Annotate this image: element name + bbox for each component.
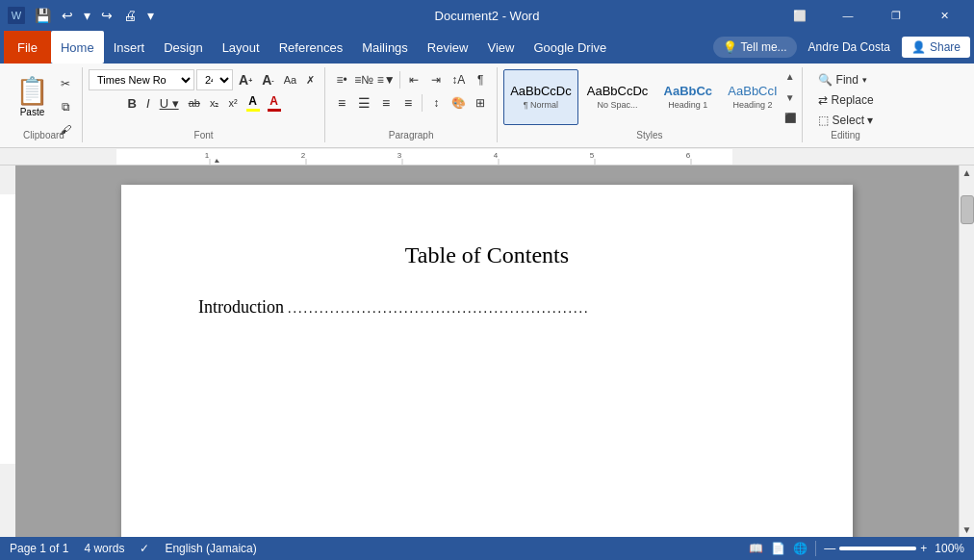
superscript-button[interactable]: x²: [224, 92, 241, 114]
undo-btn[interactable]: ↩: [58, 6, 77, 25]
view-menu[interactable]: View: [477, 31, 524, 64]
cut-button[interactable]: ✂: [55, 73, 76, 94]
menu-bar: File Home Insert Design Layout Reference…: [0, 31, 974, 64]
underline-button[interactable]: U ▾: [156, 92, 183, 114]
shrink-font-button[interactable]: A-: [258, 69, 277, 90]
select-icon: ⬚: [818, 114, 829, 127]
subscript-button[interactable]: x₂: [206, 92, 223, 114]
select-button[interactable]: ⬚ Select ▾: [812, 112, 880, 129]
references-menu[interactable]: References: [269, 31, 352, 64]
save-btn[interactable]: 💾: [31, 6, 55, 25]
toc-dots: ........................................…: [284, 301, 776, 317]
tell-me-btn[interactable]: 💡 Tell me...: [713, 37, 797, 58]
review-menu[interactable]: Review: [418, 31, 478, 64]
main-area: Table of Contents Introduction..........…: [0, 165, 974, 537]
font-color-icon: A: [269, 94, 278, 108]
scroll-thumb[interactable]: [961, 195, 974, 224]
zoom-level[interactable]: 100%: [935, 542, 964, 555]
home-menu[interactable]: Home: [51, 31, 104, 64]
justify-button[interactable]: ≡: [397, 92, 419, 114]
paragraph-row-1: ≡• ≡№ ≡▼ ⇤ ⇥ ↕A ¶: [331, 69, 491, 90]
insert-menu[interactable]: Insert: [104, 31, 155, 64]
ribbon-collapse-btn[interactable]: ⬜: [778, 0, 822, 31]
borders-button[interactable]: ⊞: [470, 92, 491, 114]
user-btn[interactable]: Andre Da Costa: [801, 37, 898, 58]
copy-button[interactable]: ⧉: [55, 96, 76, 117]
read-mode-icon[interactable]: 📖: [749, 542, 763, 555]
sort-button[interactable]: ↕A: [448, 69, 469, 90]
styles-scroll: ▲ ▼ ⬛: [784, 69, 796, 125]
design-menu[interactable]: Design: [154, 31, 212, 64]
paragraph-group: ≡• ≡№ ≡▼ ⇤ ⇥ ↕A ¶ ≡ ☰ ≡ ≡ ↕ 🎨 ⊞ Paragrap…: [325, 67, 498, 142]
multilevel-button[interactable]: ≡▼: [375, 69, 397, 90]
strikethrough-button[interactable]: ab: [185, 92, 204, 114]
line-spacing-button[interactable]: ↕: [425, 92, 447, 114]
styles-expand[interactable]: ⬛: [784, 113, 796, 123]
proofing-icon[interactable]: ✓: [140, 542, 149, 555]
grow-font-button[interactable]: A+: [235, 69, 256, 90]
minimize-btn[interactable]: —: [826, 0, 870, 31]
align-right-button[interactable]: ≡: [375, 92, 397, 114]
style-heading2-preview: AaBbCcI: [728, 85, 777, 98]
style-heading1[interactable]: AaBbCc Heading 1: [656, 69, 719, 125]
style-no-spacing-preview: AaBbCcDc: [587, 85, 649, 98]
zoom-track[interactable]: [839, 547, 916, 550]
text-highlight-button[interactable]: A: [244, 93, 263, 113]
redo-btn[interactable]: ↪: [97, 6, 116, 25]
style-normal[interactable]: AaBbCcDc ¶ Normal: [503, 69, 578, 125]
print-preview-btn[interactable]: 🖨: [119, 6, 141, 25]
share-btn[interactable]: 👤 Share: [902, 37, 970, 58]
quick-access-toolbar: 💾 ↩ ▾ ↪ 🖨 ▾: [31, 6, 158, 25]
close-btn[interactable]: ✕: [922, 0, 966, 31]
mailings-menu[interactable]: Mailings: [352, 31, 418, 64]
scroll-down-button[interactable]: ▼: [960, 522, 974, 537]
search-icon: 🔍: [818, 73, 833, 87]
bold-button[interactable]: B: [124, 92, 141, 114]
replace-button[interactable]: ⇄ Replace: [812, 91, 880, 109]
clear-format-button[interactable]: ✗: [302, 69, 319, 90]
font-size-select[interactable]: 24: [196, 69, 233, 90]
customize-qa[interactable]: ▾: [143, 6, 158, 25]
styles-scroll-up[interactable]: ▲: [784, 71, 796, 82]
web-layout-icon[interactable]: 🌐: [793, 542, 807, 555]
font-name-select[interactable]: Times New Ro: [89, 69, 194, 90]
increase-indent-button[interactable]: ⇥: [425, 69, 447, 90]
language[interactable]: English (Jamaica): [165, 542, 256, 555]
print-layout-icon[interactable]: 📄: [771, 542, 785, 555]
find-button[interactable]: 🔍 Find ▾: [812, 71, 880, 89]
document-area[interactable]: Table of Contents Introduction..........…: [15, 165, 959, 537]
show-marks-button[interactable]: ¶: [470, 69, 491, 90]
layout-menu[interactable]: Layout: [213, 31, 269, 64]
document-page: Table of Contents Introduction..........…: [121, 185, 853, 537]
google-drive-menu[interactable]: Google Drive: [524, 31, 616, 64]
svg-text:5: 5: [590, 151, 595, 160]
undo-dropdown[interactable]: ▾: [80, 6, 94, 25]
replace-icon: ⇄: [818, 93, 828, 107]
numbering-button[interactable]: ≡№: [353, 69, 374, 90]
align-center-button[interactable]: ☰: [353, 92, 374, 114]
font-group: Times New Ro 24 A+ A- Aa ✗ B I U ▾ ab x₂…: [83, 67, 325, 142]
case-button[interactable]: Aa: [280, 69, 300, 90]
vertical-scrollbar[interactable]: ▲ ▼: [959, 165, 974, 537]
page-info: Page 1 of 1: [10, 542, 68, 555]
font-color-button[interactable]: A: [265, 93, 284, 113]
decrease-indent-button[interactable]: ⇤: [403, 69, 424, 90]
align-left-button[interactable]: ≡: [331, 92, 352, 114]
zoom-control[interactable]: — +: [824, 542, 927, 555]
restore-btn[interactable]: ❐: [874, 0, 918, 31]
styles-scroll-down[interactable]: ▼: [784, 92, 796, 103]
style-heading2[interactable]: AaBbCcI Heading 2: [721, 69, 783, 125]
file-menu[interactable]: File: [4, 31, 51, 64]
zoom-in-btn[interactable]: +: [920, 542, 927, 555]
separator: [815, 541, 816, 556]
style-no-spacing[interactable]: AaBbCcDc No Spac...: [580, 69, 655, 125]
italic-button[interactable]: I: [142, 92, 154, 114]
scroll-up-button[interactable]: ▲: [960, 165, 974, 180]
paste-label: Paste: [20, 107, 45, 117]
document-heading: Table of Contents: [198, 242, 776, 268]
zoom-out-btn[interactable]: —: [824, 542, 835, 555]
paste-button[interactable]: 📋 Paste: [12, 69, 53, 125]
bullets-button[interactable]: ≡•: [331, 69, 352, 90]
ruler: 1 2 3 4 5 6: [0, 148, 974, 165]
shading-button[interactable]: 🎨: [448, 92, 469, 114]
